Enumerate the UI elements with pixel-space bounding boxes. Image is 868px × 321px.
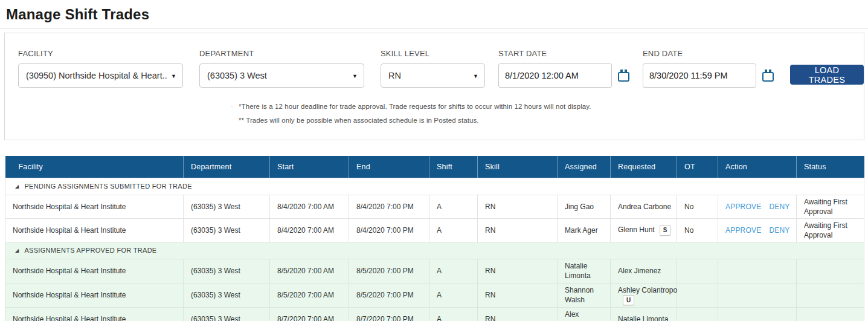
facility-select[interactable]: (30950) Northside Hospital & Heart... ▼ bbox=[18, 63, 183, 88]
cell-assigned: Natalie Limonta bbox=[558, 259, 611, 283]
cell-facility: Northside Hospital & Heart Institute bbox=[5, 259, 184, 283]
cell-status bbox=[797, 308, 864, 321]
cell-ot: No bbox=[677, 195, 718, 218]
cell-requested: Glenn HuntS bbox=[611, 218, 677, 242]
requested-name: Alex Jimenez bbox=[618, 267, 661, 275]
cell-ot bbox=[677, 308, 718, 321]
cell-start: 8/7/2020 7:00 AM bbox=[270, 308, 349, 321]
end-date-input[interactable] bbox=[643, 63, 756, 88]
cell-facility: Northside Hospital & Heart Institute bbox=[5, 308, 184, 321]
cell-action bbox=[718, 259, 797, 283]
facility-filter: FACILITY (30950) Northside Hospital & He… bbox=[18, 49, 183, 88]
table-row: Northside Hospital & Heart Institute (63… bbox=[5, 259, 864, 283]
load-trades-button[interactable]: LOAD TRADES bbox=[790, 65, 864, 85]
cell-skill: RN bbox=[478, 308, 558, 321]
note-posted-status: ** Trades will only be possible when ass… bbox=[239, 117, 864, 124]
cell-ot bbox=[677, 259, 718, 283]
cell-ot bbox=[677, 283, 718, 308]
department-selected-value: (63035) 3 West bbox=[207, 71, 267, 80]
group-label: ASSIGNMENTS APPROVED FOR TRADE bbox=[24, 247, 156, 254]
table-row: Northside Hospital & Heart Institute (63… bbox=[5, 218, 864, 242]
group-expand-icon[interactable]: ◢ bbox=[15, 248, 19, 255]
filter-row: FACILITY (30950) Northside Hospital & He… bbox=[5, 33, 864, 88]
cell-action bbox=[718, 308, 797, 321]
note-deadline: *There is a 12 hour deadline for trade a… bbox=[239, 103, 864, 110]
cell-facility: Northside Hospital & Heart Institute bbox=[5, 218, 184, 242]
requested-name: Natalie Limonta bbox=[618, 315, 668, 321]
cell-end: 8/5/2020 7:00 PM bbox=[349, 259, 429, 283]
col-header-ot[interactable]: OT bbox=[677, 156, 718, 178]
group-header-row[interactable]: ◢PENDING ASSIGNMENTS SUBMITTED FOR TRADE bbox=[5, 178, 864, 195]
col-header-skill[interactable]: Skill bbox=[478, 156, 558, 178]
requested-name: Andrea Carbone bbox=[618, 203, 671, 211]
skill-level-select[interactable]: RN ▼ bbox=[381, 63, 485, 88]
filter-panel: FACILITY (30950) Northside Hospital & He… bbox=[4, 33, 864, 140]
chevron-down-icon: ▼ bbox=[171, 73, 176, 79]
col-header-start[interactable]: Start bbox=[270, 156, 349, 178]
cell-end: 8/4/2020 7:00 PM bbox=[349, 195, 429, 218]
cell-assigned: Shannon Walsh bbox=[558, 283, 611, 308]
group-label: PENDING ASSIGNMENTS SUBMITTED FOR TRADE bbox=[24, 183, 191, 190]
start-date-label: START DATE bbox=[498, 49, 629, 58]
cell-facility: Northside Hospital & Heart Institute bbox=[5, 283, 184, 308]
approve-link[interactable]: APPROVE bbox=[725, 226, 761, 235]
cell-shift: A bbox=[429, 283, 478, 308]
department-label: DEPARTMENT bbox=[199, 49, 364, 58]
chevron-down-icon: ▼ bbox=[352, 73, 358, 79]
col-header-department[interactable]: Department bbox=[184, 156, 270, 178]
table-row: Northside Hospital & Heart Institute (63… bbox=[5, 195, 864, 218]
cell-department: (63035) 3 West bbox=[184, 195, 270, 218]
calendar-icon[interactable] bbox=[618, 72, 629, 82]
group-header-row[interactable]: ◢ASSIGNMENTS APPROVED FOR TRADE bbox=[5, 242, 864, 259]
col-header-end[interactable]: End bbox=[349, 156, 429, 178]
cell-skill: RN bbox=[478, 283, 558, 308]
col-header-assigned[interactable]: Assigned bbox=[558, 156, 611, 178]
deny-link[interactable]: DENY bbox=[769, 226, 789, 235]
col-header-requested[interactable]: Requested bbox=[611, 156, 677, 178]
col-header-shift[interactable]: Shift bbox=[429, 156, 478, 178]
cell-department: (63035) 3 West bbox=[184, 259, 270, 283]
cell-start: 8/4/2020 7:00 AM bbox=[270, 195, 349, 218]
requested-badge: S bbox=[660, 225, 671, 236]
cell-requested: Alex Jimenez bbox=[611, 259, 677, 283]
department-filter: DEPARTMENT (63035) 3 West ▼ bbox=[199, 49, 364, 88]
cell-start: 8/5/2020 7:00 AM bbox=[270, 283, 349, 308]
cell-shift: A bbox=[429, 218, 478, 242]
cell-skill: RN bbox=[478, 259, 558, 283]
calendar-icon[interactable] bbox=[762, 72, 774, 82]
cell-start: 8/5/2020 7:00 AM bbox=[270, 259, 349, 283]
end-date-filter: END DATE bbox=[643, 49, 774, 88]
cell-status: Awaiting First Approval bbox=[797, 218, 864, 242]
notes: *There is a 12 hour deadline for trade a… bbox=[239, 103, 864, 124]
cell-skill: RN bbox=[478, 218, 558, 242]
group-expand-icon[interactable]: ◢ bbox=[15, 184, 19, 190]
end-date-label: END DATE bbox=[643, 49, 774, 58]
cell-action: APPROVEDENY bbox=[718, 218, 797, 242]
table-row: Northside Hospital & Heart Institute (63… bbox=[5, 308, 864, 321]
load-trades-group: LOAD TRADES bbox=[790, 49, 864, 85]
start-date-filter: START DATE bbox=[498, 49, 629, 88]
page-title: Manage Shift Trades bbox=[6, 6, 868, 23]
col-header-action[interactable]: Action bbox=[718, 156, 797, 178]
requested-badge: U bbox=[623, 295, 634, 306]
cell-start: 8/4/2020 7:00 AM bbox=[270, 218, 349, 242]
cell-shift: A bbox=[429, 308, 478, 321]
cell-skill: RN bbox=[478, 195, 558, 218]
col-header-facility[interactable]: Facility bbox=[5, 156, 184, 178]
cell-department: (63035) 3 West bbox=[184, 218, 270, 242]
cell-requested: Natalie Limonta bbox=[611, 308, 677, 321]
start-date-input[interactable] bbox=[498, 63, 612, 88]
cell-status: Awaiting First Approval bbox=[797, 195, 864, 218]
deny-link[interactable]: DENY bbox=[769, 203, 789, 211]
col-header-status[interactable]: Status bbox=[797, 156, 864, 178]
cell-shift: A bbox=[429, 259, 478, 283]
approve-link[interactable]: APPROVE bbox=[725, 203, 761, 211]
page-header: Manage Shift Trades bbox=[0, 0, 868, 29]
cell-end: 8/5/2020 7:00 PM bbox=[349, 283, 429, 308]
grid-body: ◢PENDING ASSIGNMENTS SUBMITTED FOR TRADE… bbox=[5, 178, 864, 321]
cell-ot: No bbox=[677, 218, 718, 242]
department-select[interactable]: (63035) 3 West ▼ bbox=[199, 63, 364, 88]
cell-requested: Andrea Carbone bbox=[611, 195, 677, 218]
cell-department: (63035) 3 West bbox=[184, 308, 270, 321]
chevron-down-icon: ▼ bbox=[473, 73, 478, 79]
